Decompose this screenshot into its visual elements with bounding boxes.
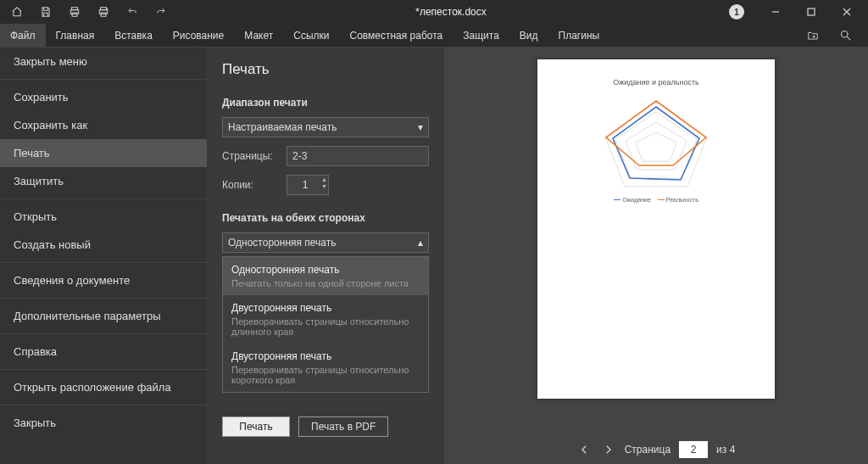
sides-dropdown: Односторонняя печать Печатать только на … (222, 256, 429, 393)
svg-line-11 (847, 36, 850, 40)
tab-home[interactable]: Главная (46, 24, 105, 47)
print-preview-area: Ожидание и реальность Ожидание (444, 48, 868, 464)
sidebar-item-help[interactable]: Справка (0, 338, 207, 366)
quick-print-icon[interactable] (92, 3, 115, 21)
print-icon[interactable] (63, 3, 86, 21)
print-button[interactable]: Печать (222, 416, 290, 437)
chevron-down-icon: ▾ (418, 121, 423, 133)
sidebar-item-docinfo[interactable]: Сведения о документе (0, 266, 207, 294)
sides-label: Печатать на обеих сторонах (222, 212, 429, 224)
copies-down-icon[interactable]: ▼ (321, 183, 327, 190)
tab-protect[interactable]: Защита (453, 24, 509, 47)
tab-plugins[interactable]: Плагины (548, 24, 610, 47)
sidebar-item-saveas[interactable]: Сохранить как (0, 111, 207, 139)
settings-title: Печать (222, 61, 429, 78)
sides-option-double-long[interactable]: Двусторонняя печать Переворачивать стран… (223, 295, 428, 344)
copies-up-icon[interactable]: ▲ (321, 176, 327, 183)
svg-rect-5 (101, 13, 106, 16)
maximize-button[interactable] (795, 2, 827, 22)
svg-rect-2 (72, 13, 77, 16)
sidebar-item-open[interactable]: Открыть (0, 203, 207, 231)
svg-marker-12 (605, 102, 707, 187)
next-page-button[interactable] (601, 442, 616, 457)
pages-input[interactable] (287, 146, 429, 166)
sidebar-item-print[interactable]: Печать (0, 139, 207, 167)
page-label: Страница (625, 444, 670, 456)
sidebar-item-open-location[interactable]: Открыть расположение файла (0, 373, 207, 401)
svg-rect-7 (808, 8, 815, 15)
tab-references[interactable]: Ссылки (283, 24, 339, 47)
chart-legend: Ожидание Реальность (537, 195, 775, 203)
sides-option-single[interactable]: Односторонняя печать Печатать только на … (223, 257, 428, 295)
redo-icon[interactable] (149, 3, 173, 21)
tab-layout[interactable]: Макет (234, 24, 283, 47)
svg-marker-16 (613, 107, 699, 180)
prev-page-button[interactable] (577, 442, 593, 457)
close-button[interactable] (831, 2, 863, 22)
minimize-button[interactable] (760, 2, 792, 22)
pages-label: Страницы: (222, 150, 278, 162)
open-folder-icon[interactable] (800, 25, 826, 46)
page-number-input[interactable] (679, 441, 708, 458)
chevron-up-icon: ▴ (418, 237, 423, 249)
sides-option-double-short[interactable]: Двусторонняя печать Переворачивать стран… (223, 344, 428, 392)
print-settings-panel: Печать Диапазон печати Настраиваемая печ… (207, 48, 444, 464)
tab-view[interactable]: Вид (509, 24, 548, 47)
sidebar-item-advanced[interactable]: Дополнительные параметры (0, 302, 207, 330)
print-range-label: Диапазон печати (222, 97, 429, 109)
search-icon[interactable] (832, 25, 858, 46)
preview-nav-bar: Страница из 4 (444, 435, 868, 464)
svg-marker-15 (636, 132, 676, 161)
sidebar-item-protect[interactable]: Защитить (0, 167, 207, 195)
home-icon[interactable] (5, 3, 29, 21)
print-range-select[interactable]: Настраиваемая печать ▾ (222, 117, 429, 137)
print-pdf-button[interactable]: Печать в PDF (298, 416, 388, 437)
sidebar-item-close-menu[interactable]: Закрыть меню (0, 48, 207, 75)
copies-label: Копии: (222, 179, 278, 191)
file-sidebar: Закрыть меню Сохранить Сохранить как Печ… (0, 48, 207, 464)
sidebar-item-create[interactable]: Создать новый (0, 231, 207, 259)
svg-point-10 (841, 31, 848, 38)
sides-select[interactable]: Односторонняя печать ▴ (222, 232, 429, 253)
chart-title: Ожидание и реальность (537, 78, 775, 87)
user-badge[interactable]: 1 (729, 4, 744, 20)
tab-file[interactable]: Файл (0, 24, 46, 47)
tab-draw[interactable]: Рисование (163, 24, 234, 47)
undo-icon[interactable] (120, 3, 144, 21)
tab-insert[interactable]: Вставка (104, 24, 163, 47)
save-icon[interactable] (34, 3, 58, 21)
sidebar-item-save[interactable]: Сохранить (0, 83, 207, 111)
document-title: *лепесток.docx (173, 6, 729, 18)
sidebar-item-close[interactable]: Закрыть (0, 409, 207, 437)
menu-bar: Файл Главная Вставка Рисование Макет Ссы… (0, 24, 868, 48)
radar-chart (593, 95, 720, 193)
tab-collaboration[interactable]: Совместная работа (339, 24, 453, 47)
preview-page: Ожидание и реальность Ожидание (537, 59, 775, 399)
page-of-label: из 4 (716, 444, 735, 456)
